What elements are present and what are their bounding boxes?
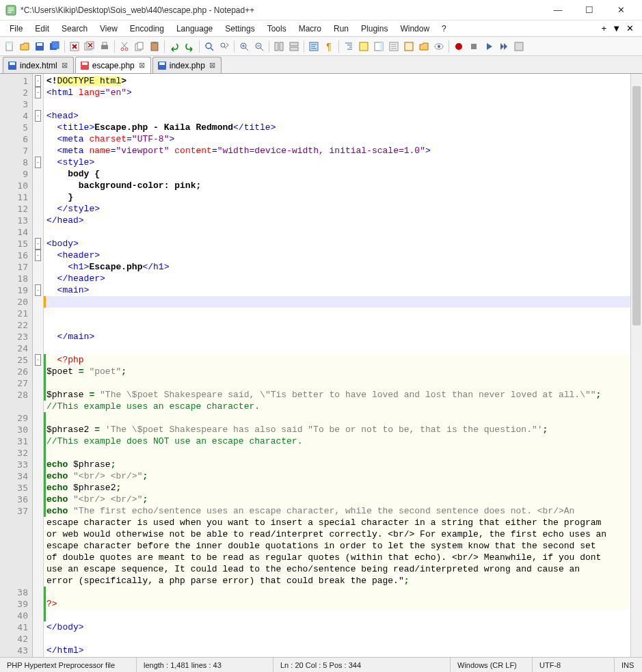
redo-icon[interactable] [183, 40, 196, 53]
code-line[interactable]: </body> [44, 621, 630, 633]
wordwrap-icon[interactable] [307, 40, 321, 53]
maximize-button[interactable]: ☐ [574, 0, 605, 21]
status-eol[interactable]: Windows (CR LF) [451, 658, 533, 672]
scroll-thumb[interactable] [632, 86, 641, 325]
code-line[interactable]: <head> [44, 110, 630, 122]
tab-index-php[interactable]: index.php ⊠ [152, 57, 222, 73]
user-lang-icon[interactable] [357, 40, 371, 53]
code-line[interactable] [44, 633, 630, 645]
paste-icon[interactable] [148, 40, 161, 53]
code-line[interactable]: $phrase = "The \$poet Shakespeare said, … [44, 389, 630, 401]
menu-plugins[interactable]: Plugins [356, 23, 393, 35]
menu-edit[interactable]: Edit [29, 23, 55, 35]
menu-view[interactable]: View [94, 23, 123, 35]
menu-help[interactable]: ? [436, 23, 452, 35]
menu-encoding[interactable]: Encoding [124, 23, 170, 35]
monitoring-icon[interactable] [432, 40, 446, 53]
code-line[interactable]: background-color: pink; [44, 180, 630, 191]
new-file-icon[interactable] [3, 40, 16, 53]
tab-close-icon[interactable]: ⊠ [137, 61, 146, 70]
code-line[interactable]: echo "The first echo/sentence uses an es… [44, 505, 630, 517]
function-list-icon[interactable] [402, 40, 416, 53]
code-line[interactable]: //This example uses an escape character. [44, 401, 630, 412]
cut-icon[interactable] [118, 40, 131, 53]
menu-tools[interactable]: Tools [262, 23, 292, 35]
sync-h-icon[interactable] [287, 40, 301, 53]
folder-workspace-icon[interactable] [417, 40, 431, 53]
stop-macro-icon[interactable] [467, 40, 481, 53]
dropdown-icon[interactable]: ▼ [612, 23, 621, 33]
undo-icon[interactable] [168, 40, 181, 53]
code-line[interactable]: escape character is used when you want t… [44, 517, 630, 528]
menu-search[interactable]: Search [56, 23, 93, 35]
code-line[interactable] [44, 319, 630, 331]
save-icon[interactable] [33, 40, 46, 53]
status-insert-mode[interactable]: INS [615, 658, 642, 672]
code-line[interactable]: echo "<br/> <br/>"; [44, 494, 630, 505]
save-all-icon[interactable] [48, 40, 62, 53]
code-line[interactable]: <body> [44, 238, 630, 250]
tab-close-icon[interactable]: ⊠ [208, 61, 217, 70]
print-icon[interactable] [98, 40, 111, 53]
menu-window[interactable]: Window [394, 23, 435, 35]
plus-icon[interactable]: + [602, 23, 607, 33]
code-line[interactable]: or web would otherwise not be able to re… [44, 528, 630, 540]
code-line[interactable] [44, 610, 630, 621]
code-line[interactable] [44, 296, 630, 308]
save-macro-icon[interactable] [512, 40, 526, 53]
code-line[interactable]: body { [44, 168, 630, 180]
code-line[interactable]: <style> [44, 157, 630, 168]
code-area[interactable]: <!DOCTYPE html><html lang="en"><head> <t… [44, 74, 630, 657]
find-icon[interactable] [202, 40, 216, 53]
code-line[interactable]: <meta charset="UTF-8"> [44, 133, 630, 145]
zoom-out-icon[interactable] [252, 40, 266, 53]
code-line[interactable] [44, 447, 630, 459]
close-button[interactable]: ✕ [605, 0, 637, 21]
code-line[interactable]: <header> [44, 250, 630, 261]
menu-file[interactable]: File [4, 23, 28, 35]
record-macro-icon[interactable] [452, 40, 466, 53]
tab-close-icon[interactable]: ⊠ [60, 61, 69, 70]
code-line[interactable]: </html> [44, 645, 630, 656]
code-line[interactable]: <html lang="en"> [44, 87, 630, 98]
code-line[interactable]: </style> [44, 203, 630, 215]
code-line[interactable]: error (specifically, a php parse error) … [44, 575, 630, 587]
minimize-button[interactable]: — [542, 0, 574, 21]
menu-run[interactable]: Run [328, 23, 354, 35]
play-multi-icon[interactable] [497, 40, 511, 53]
code-line[interactable]: </main> [44, 331, 630, 342]
code-line[interactable]: $poet = "poet"; [44, 366, 630, 377]
play-macro-icon[interactable] [482, 40, 496, 53]
close-all-icon[interactable] [83, 40, 96, 53]
code-line[interactable]: ?> [44, 598, 630, 610]
replace-icon[interactable] [217, 40, 231, 53]
code-line[interactable] [44, 226, 630, 238]
copy-icon[interactable] [133, 40, 146, 53]
code-line[interactable]: of double quotes are meant to be read as… [44, 552, 630, 563]
menu-settings[interactable]: Settings [219, 23, 260, 35]
code-line[interactable]: use an escape sequence, It could lead to… [44, 563, 630, 575]
code-line[interactable]: escape character before the inner double… [44, 540, 630, 552]
close-file-icon[interactable] [68, 40, 81, 53]
code-line[interactable]: </head> [44, 215, 630, 226]
code-line[interactable]: //This example does NOT use an escape ch… [44, 435, 630, 447]
code-line[interactable]: <main> [44, 284, 630, 296]
code-line[interactable] [44, 377, 630, 389]
tab-escape-php[interactable]: escape.php ⊠ [75, 57, 151, 73]
code-line[interactable]: <meta name="viewport" content="width=dev… [44, 145, 630, 157]
sync-v-icon[interactable] [272, 40, 286, 53]
doc-list-icon[interactable] [387, 40, 401, 53]
code-line[interactable] [44, 412, 630, 424]
close-tab-icon[interactable]: ✕ [626, 23, 634, 33]
vertical-scrollbar[interactable] [630, 74, 642, 657]
code-line[interactable]: <title>Escape.php - Kaila Redmond</title… [44, 122, 630, 133]
menu-macro[interactable]: Macro [293, 23, 327, 35]
tab-index-html[interactable]: index.html ⊠ [3, 57, 74, 73]
code-line[interactable]: </header> [44, 273, 630, 284]
code-line[interactable]: <?php [44, 354, 630, 366]
zoom-in-icon[interactable] [237, 40, 251, 53]
code-line[interactable]: } [44, 191, 630, 203]
indent-guide-icon[interactable] [342, 40, 356, 53]
fold-column[interactable]: -------- [33, 74, 44, 657]
code-line[interactable]: <!DOCTYPE html> [44, 75, 630, 87]
